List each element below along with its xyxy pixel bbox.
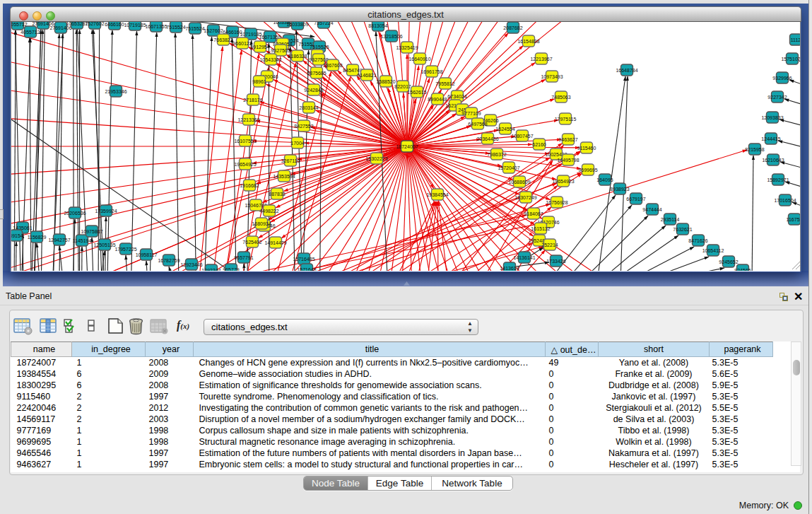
svg-text:965779: 965779 [223,267,239,271]
svg-text:9146821: 9146821 [357,73,376,78]
svg-text:16756928: 16756928 [546,200,567,205]
svg-text:1112: 1112 [791,37,801,42]
svg-text:7986372: 7986372 [487,152,506,157]
svg-text:1562615: 1562615 [407,90,426,95]
svg-text:15720407: 15720407 [498,165,519,170]
svg-text:822017: 822017 [394,84,411,89]
svg-text:1527602: 1527602 [85,22,104,26]
svg-text:10807457: 10807457 [511,134,533,139]
svg-text:2935114: 2935114 [661,217,680,222]
svg-text:16107553: 16107553 [234,139,256,144]
svg-text:14136141: 14136141 [513,255,535,260]
svg-text:8813054: 8813054 [368,23,387,28]
svg-text:1588520: 1588520 [376,79,395,84]
svg-text:1733426: 1733426 [546,259,565,264]
svg-text:10958117: 10958117 [136,252,158,257]
svg-text:6497568: 6497568 [468,122,487,127]
svg-text:9657791: 9657791 [234,255,253,260]
svg-text:1145194: 1145194 [73,238,92,243]
svg-text:2867608: 2867608 [323,63,342,68]
svg-text:16671355: 16671355 [145,24,167,29]
svg-text:2718176: 2718176 [243,98,262,103]
svg-text:16210643: 16210643 [762,158,784,163]
svg-text:7515524: 7515524 [185,26,204,31]
svg-text:27691406: 27691406 [49,25,71,30]
svg-text:18724007: 18724007 [396,144,418,149]
svg-text:17957225: 17957225 [114,247,136,252]
svg-text:7515526: 7515526 [310,45,329,49]
svg-text:1571648: 1571648 [297,267,316,271]
svg-text:20206536: 20206536 [64,211,86,216]
svg-text:14353594: 14353594 [273,174,295,179]
svg-text:10973493: 10973493 [541,74,563,79]
svg-text:8990448: 8990448 [428,97,447,102]
svg-text:8471626: 8471626 [688,238,707,243]
svg-text:16154838: 16154838 [517,39,539,44]
svg-text:17359924: 17359924 [95,209,117,214]
svg-text:9329966: 9329966 [772,76,792,81]
svg-text:98961: 98961 [252,79,266,84]
svg-text:10688609: 10688609 [508,180,530,185]
svg-text:10543342: 10543342 [259,57,281,62]
svg-text:19654923: 19654923 [552,179,574,184]
svg-text:13325419: 13325419 [396,45,418,50]
svg-text:116753: 116753 [787,217,801,222]
svg-text:16033809: 16033809 [286,22,308,27]
svg-text:39154: 39154 [11,233,23,238]
svg-text:4055712: 4055712 [11,22,28,27]
svg-text:7663822: 7663822 [213,37,233,42]
svg-text:21953346: 21953346 [105,89,126,94]
svg-text:8454749: 8454749 [343,68,362,73]
svg-text:13218506: 13218506 [380,34,402,39]
svg-text:252214: 252214 [541,243,558,247]
svg-text:8186328: 8186328 [288,54,307,59]
svg-text:1680934: 1680934 [252,221,271,226]
svg-text:6466160: 6466160 [105,22,124,27]
svg-text:2087682: 2087682 [503,25,522,30]
svg-text:9245652: 9245652 [719,259,738,264]
svg-text:7485063: 7485063 [551,95,570,100]
svg-text:12213967: 12213967 [530,57,552,62]
svg-text:12942757: 12942757 [48,238,70,243]
svg-text:10654112: 10654112 [702,248,724,253]
svg-text:3267110: 3267110 [281,158,300,163]
svg-text:19384554: 19384554 [426,192,448,197]
svg-text:8912954: 8912954 [250,45,269,49]
svg-text:14914479: 14914479 [264,240,286,245]
svg-text:12923446: 12923446 [180,262,202,267]
svg-text:8427552: 8427552 [294,124,313,129]
svg-text:4498222: 4498222 [259,209,278,214]
svg-text:16782759: 16782759 [158,258,180,263]
svg-text:7515524: 7515524 [166,25,185,30]
svg-text:9463627: 9463627 [558,137,577,142]
svg-text:15751074: 15751074 [781,57,801,62]
svg-text:4055712: 4055712 [20,30,40,35]
svg-text:9184067: 9184067 [524,211,543,216]
svg-text:10719185: 10719185 [124,23,146,28]
svg-text:12505135: 12505135 [93,243,115,247]
svg-text:18307249: 18307249 [514,195,536,200]
svg-text:9777109: 9777109 [461,111,481,116]
svg-text:164095: 164095 [596,177,613,182]
svg-text:1527602: 1527602 [204,28,223,33]
svg-text:15892971: 15892971 [767,177,789,182]
svg-text:9115460: 9115460 [577,146,596,151]
svg-text:1413614: 1413614 [500,266,519,271]
svg-text:924565: 924565 [734,268,751,271]
svg-text:9227342: 9227342 [767,95,787,100]
svg-text:10975867: 10975867 [81,229,102,234]
svg-text:62160: 62160 [532,142,546,147]
svg-text:14495798: 14495798 [557,158,579,163]
svg-text:9474444: 9474444 [642,207,661,212]
svg-text:7357224: 7357224 [314,22,333,25]
svg-text:16648784: 16648784 [616,68,637,73]
svg-text:9699695: 9699695 [578,168,597,173]
svg-text:1916682: 1916682 [240,183,259,188]
svg-text:9327508: 9327508 [309,57,328,62]
svg-text:9242848: 9242848 [304,88,323,93]
svg-text:1624554: 1624554 [495,127,514,132]
svg-text:16640910: 16640910 [408,57,430,62]
svg-text:16961758: 16961758 [420,69,442,74]
svg-text:12213369: 12213369 [237,117,259,122]
svg-text:7632621: 7632621 [673,227,692,232]
